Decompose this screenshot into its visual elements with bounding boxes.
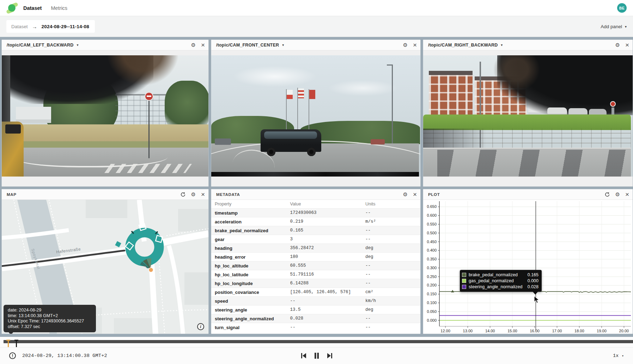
metadata-cell-units: -- [362, 323, 420, 332]
metadata-cell-val: -- [286, 297, 361, 306]
svg-text:0.400: 0.400 [427, 248, 437, 252]
metadata-cell-units: -- [362, 235, 420, 244]
topic-dropdown[interactable]: /topic/CAM_LEFT_BACKWARD ▾ [7, 43, 79, 48]
panel-cam-left-backward: /topic/CAM_LEFT_BACKWARD ▾ ⚙ × [1, 39, 209, 187]
plot-tooltip-row: gas_pedal_normalized0.000 [462, 278, 538, 284]
panel-title: METADATA [216, 192, 240, 197]
column-header-value: Value [286, 200, 361, 209]
metadata-row: steering_angle13.5deg [211, 306, 420, 314]
panel-plot: PLOT ⚙ × 0.0000.0500.1000.1500.2000.2500… [423, 189, 633, 334]
metadata-cell-units: km/h [362, 297, 420, 306]
metadata-cell-units: deg [362, 253, 420, 261]
skip-previous-button[interactable] [300, 352, 308, 359]
dashboard-strip [211, 172, 419, 177]
map-view[interactable]: Hafenstraße Spoykanal date: 2024-08-29ti… [2, 200, 208, 334]
map-tooltip-line: time: 13:14:00.38 GMT+2 [8, 313, 92, 319]
settings-gear-icon[interactable]: ⚙ [403, 42, 407, 48]
refresh-icon[interactable] [605, 192, 610, 197]
panel-cam-front-center: /topic/CAM_FRONT_CENTER ▾ ⚙ × [211, 39, 421, 187]
svg-text:0.350: 0.350 [427, 257, 437, 261]
metadata-cell-units: cm² [362, 288, 420, 297]
metadata-row: turn_signal---- [211, 323, 420, 332]
topic-dropdown[interactable]: /topic/CAM_RIGHT_BACKWARD ▾ [428, 43, 503, 48]
chevron-down-icon: ▾ [622, 354, 624, 358]
svg-text:18.00: 18.00 [574, 329, 584, 333]
svg-text:0.000: 0.000 [427, 318, 437, 322]
panel-cam-right-backward: /topic/CAM_RIGHT_BACKWARD ▾ ⚙ × [423, 39, 633, 187]
chevron-down-icon: ▾ [77, 43, 79, 47]
settings-gear-icon[interactable]: ⚙ [403, 192, 407, 197]
metadata-cell-prop: hp_loc_altitude [211, 261, 286, 270]
close-panel-icon[interactable]: × [625, 191, 629, 198]
metadata-cell-prop: hp_loc_latitude [211, 270, 286, 279]
metadata-row: hp_loc_latitude51.791116-- [211, 270, 420, 279]
svg-text:0.250: 0.250 [427, 274, 437, 279]
breadcrumb-dataset-link[interactable]: Dataset [7, 24, 28, 29]
metadata-cell-units: -- [362, 226, 420, 235]
metadata-view: Property Value Units timestamp1724930063… [211, 200, 420, 334]
camera-view [211, 50, 420, 186]
round-sign [610, 101, 616, 107]
svg-text:0.600: 0.600 [427, 213, 437, 217]
skip-next-button[interactable] [326, 352, 334, 359]
metadata-row: hp_loc_altitude60.555-- [211, 261, 420, 270]
panel-header: MAP ⚙ × [2, 189, 208, 200]
close-panel-icon[interactable]: × [201, 42, 205, 48]
playback-speed-dropdown[interactable]: 1x ▾ [613, 353, 624, 358]
apartment-building [429, 71, 473, 117]
settings-gear-icon[interactable]: ⚙ [191, 42, 195, 48]
metadata-row: acceleration0.219m/s² [211, 217, 420, 226]
series-color-swatch [462, 273, 466, 277]
close-panel-icon[interactable]: × [413, 191, 417, 198]
svg-text:0.500: 0.500 [427, 231, 437, 235]
close-panel-icon[interactable]: × [625, 42, 629, 48]
add-panel-button[interactable]: Add panel ▾ [601, 24, 627, 29]
panel-title: PLOT [428, 192, 440, 197]
pause-button[interactable] [313, 352, 321, 359]
close-panel-icon[interactable]: × [413, 42, 417, 48]
column-header-property: Property [211, 200, 286, 209]
metadata-cell-prop: steering_angle_normalized [211, 314, 286, 323]
alert-circle-icon[interactable]: ! [9, 352, 16, 359]
refresh-icon[interactable] [181, 192, 185, 197]
panel-header: /topic/CAM_LEFT_BACKWARD ▾ ⚙ × [2, 40, 208, 50]
metadata-cell-val: 0.165 [286, 226, 361, 235]
metadata-cell-units: deg [362, 244, 420, 253]
settings-gear-icon[interactable]: ⚙ [615, 192, 620, 197]
svg-text:17.00: 17.00 [552, 329, 562, 333]
info-icon[interactable]: i [197, 323, 204, 330]
metadata-cell-units: -- [362, 261, 420, 270]
metadata-row: speed--km/h [211, 297, 420, 306]
tab-metrics[interactable]: Metrics [51, 5, 67, 11]
metadata-cell-prop: heading_error [211, 253, 286, 261]
metadata-cell-val: 51.791116 [286, 270, 361, 279]
panel-header: /topic/CAM_FRONT_CENTER ▾ ⚙ × [211, 40, 420, 50]
plot-view[interactable]: 0.0000.0500.1000.1500.2000.2500.3000.350… [423, 200, 633, 334]
settings-gear-icon[interactable]: ⚙ [191, 192, 195, 197]
series-color-swatch [462, 279, 466, 283]
metadata-table: Property Value Units timestamp1724930063… [211, 200, 420, 332]
close-panel-icon[interactable]: × [201, 191, 205, 198]
panel-header: /topic/CAM_RIGHT_BACKWARD ▾ ⚙ × [423, 40, 633, 50]
tab-dataset[interactable]: Dataset [23, 5, 42, 11]
svg-text:19.00: 19.00 [597, 329, 607, 333]
settings-gear-icon[interactable]: ⚙ [615, 42, 620, 48]
main-nav: Dataset Metrics [23, 5, 67, 11]
timeline-track[interactable] [4, 340, 633, 343]
svg-text:0.550: 0.550 [427, 222, 437, 226]
breadcrumb-arrow-icon: → [32, 24, 37, 30]
hedge [423, 115, 631, 130]
svg-text:0.450: 0.450 [427, 240, 437, 244]
camera-view [423, 50, 633, 186]
map-tooltip-lines: date: 2024-08-29time: 13:14:00.38 GMT+2U… [8, 308, 92, 329]
topic-dropdown[interactable]: /topic/CAM_FRONT_CENTER ▾ [216, 43, 284, 48]
metadata-cell-prop: speed [211, 297, 286, 306]
app-logo-icon[interactable] [6, 3, 18, 13]
user-avatar[interactable]: BE [617, 3, 627, 13]
metadata-cell-prop: position_covariance [211, 288, 286, 297]
panel-title: MAP [7, 192, 17, 197]
playback-bar: ! 2024-08-29, 13:14:00.38 GMT+2 1x ▾ [0, 347, 633, 364]
svg-text:13.00: 13.00 [463, 329, 473, 333]
plot-canvas[interactable]: 0.0000.0500.1000.1500.2000.2500.3000.350… [423, 200, 633, 334]
metadata-row: heading_error180deg [211, 253, 420, 261]
